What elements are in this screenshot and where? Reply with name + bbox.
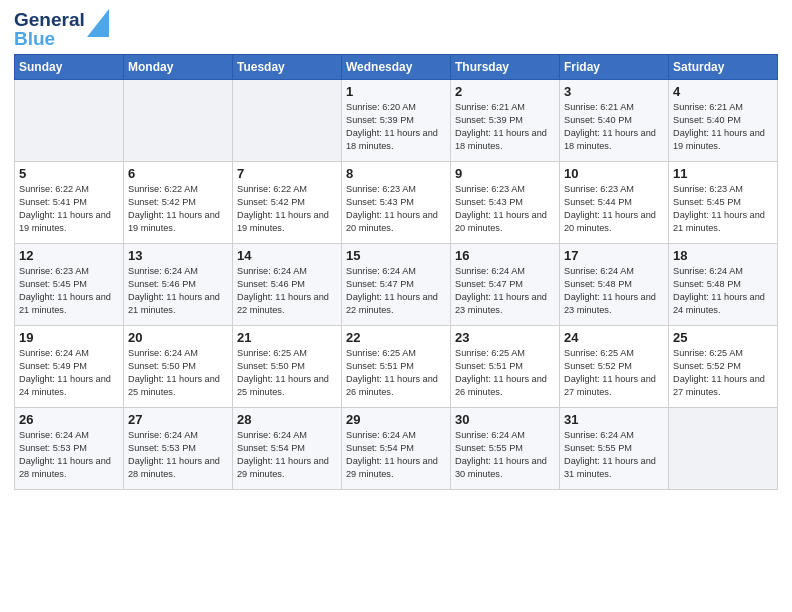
day-number: 11 (673, 166, 773, 181)
day-number: 19 (19, 330, 119, 345)
day-number: 1 (346, 84, 446, 99)
calendar-cell: 1Sunrise: 6:20 AMSunset: 5:39 PMDaylight… (342, 80, 451, 162)
day-number: 17 (564, 248, 664, 263)
weekday-header-monday: Monday (124, 55, 233, 80)
day-number: 8 (346, 166, 446, 181)
week-row-2: 5Sunrise: 6:22 AMSunset: 5:41 PMDaylight… (15, 162, 778, 244)
calendar-cell: 3Sunrise: 6:21 AMSunset: 5:40 PMDaylight… (560, 80, 669, 162)
day-number: 9 (455, 166, 555, 181)
day-number: 20 (128, 330, 228, 345)
header: General Blue (14, 10, 778, 48)
cell-details: Sunrise: 6:24 AMSunset: 5:53 PMDaylight:… (128, 429, 228, 481)
cell-details: Sunrise: 6:21 AMSunset: 5:40 PMDaylight:… (673, 101, 773, 153)
day-number: 15 (346, 248, 446, 263)
week-row-3: 12Sunrise: 6:23 AMSunset: 5:45 PMDayligh… (15, 244, 778, 326)
cell-details: Sunrise: 6:24 AMSunset: 5:47 PMDaylight:… (346, 265, 446, 317)
cell-details: Sunrise: 6:22 AMSunset: 5:42 PMDaylight:… (237, 183, 337, 235)
calendar-cell: 7Sunrise: 6:22 AMSunset: 5:42 PMDaylight… (233, 162, 342, 244)
page: General Blue SundayMondayTuesdayWednesda… (0, 0, 792, 612)
day-number: 7 (237, 166, 337, 181)
cell-details: Sunrise: 6:24 AMSunset: 5:49 PMDaylight:… (19, 347, 119, 399)
weekday-header-friday: Friday (560, 55, 669, 80)
cell-details: Sunrise: 6:24 AMSunset: 5:46 PMDaylight:… (128, 265, 228, 317)
day-number: 10 (564, 166, 664, 181)
cell-details: Sunrise: 6:23 AMSunset: 5:43 PMDaylight:… (346, 183, 446, 235)
svg-marker-0 (87, 9, 109, 37)
cell-details: Sunrise: 6:22 AMSunset: 5:41 PMDaylight:… (19, 183, 119, 235)
cell-details: Sunrise: 6:24 AMSunset: 5:48 PMDaylight:… (673, 265, 773, 317)
cell-details: Sunrise: 6:25 AMSunset: 5:51 PMDaylight:… (346, 347, 446, 399)
day-number: 26 (19, 412, 119, 427)
calendar-cell: 5Sunrise: 6:22 AMSunset: 5:41 PMDaylight… (15, 162, 124, 244)
day-number: 6 (128, 166, 228, 181)
calendar-cell: 27Sunrise: 6:24 AMSunset: 5:53 PMDayligh… (124, 408, 233, 490)
week-row-4: 19Sunrise: 6:24 AMSunset: 5:49 PMDayligh… (15, 326, 778, 408)
cell-details: Sunrise: 6:25 AMSunset: 5:52 PMDaylight:… (564, 347, 664, 399)
day-number: 31 (564, 412, 664, 427)
calendar-cell (124, 80, 233, 162)
day-number: 24 (564, 330, 664, 345)
cell-details: Sunrise: 6:23 AMSunset: 5:45 PMDaylight:… (673, 183, 773, 235)
day-number: 21 (237, 330, 337, 345)
calendar-cell: 4Sunrise: 6:21 AMSunset: 5:40 PMDaylight… (669, 80, 778, 162)
cell-details: Sunrise: 6:24 AMSunset: 5:47 PMDaylight:… (455, 265, 555, 317)
calendar-table: SundayMondayTuesdayWednesdayThursdayFrid… (14, 54, 778, 490)
day-number: 14 (237, 248, 337, 263)
calendar-cell: 22Sunrise: 6:25 AMSunset: 5:51 PMDayligh… (342, 326, 451, 408)
calendar-cell: 15Sunrise: 6:24 AMSunset: 5:47 PMDayligh… (342, 244, 451, 326)
weekday-header-wednesday: Wednesday (342, 55, 451, 80)
cell-details: Sunrise: 6:22 AMSunset: 5:42 PMDaylight:… (128, 183, 228, 235)
weekday-header-thursday: Thursday (451, 55, 560, 80)
calendar-cell: 8Sunrise: 6:23 AMSunset: 5:43 PMDaylight… (342, 162, 451, 244)
calendar-cell: 11Sunrise: 6:23 AMSunset: 5:45 PMDayligh… (669, 162, 778, 244)
cell-details: Sunrise: 6:24 AMSunset: 5:54 PMDaylight:… (346, 429, 446, 481)
day-number: 25 (673, 330, 773, 345)
cell-details: Sunrise: 6:24 AMSunset: 5:50 PMDaylight:… (128, 347, 228, 399)
calendar-cell (669, 408, 778, 490)
calendar-cell: 31Sunrise: 6:24 AMSunset: 5:55 PMDayligh… (560, 408, 669, 490)
day-number: 12 (19, 248, 119, 263)
calendar-cell (233, 80, 342, 162)
calendar-cell: 21Sunrise: 6:25 AMSunset: 5:50 PMDayligh… (233, 326, 342, 408)
cell-details: Sunrise: 6:21 AMSunset: 5:39 PMDaylight:… (455, 101, 555, 153)
weekday-header-saturday: Saturday (669, 55, 778, 80)
week-row-1: 1Sunrise: 6:20 AMSunset: 5:39 PMDaylight… (15, 80, 778, 162)
cell-details: Sunrise: 6:24 AMSunset: 5:53 PMDaylight:… (19, 429, 119, 481)
logo-icon (87, 9, 109, 37)
cell-details: Sunrise: 6:25 AMSunset: 5:51 PMDaylight:… (455, 347, 555, 399)
calendar-cell: 12Sunrise: 6:23 AMSunset: 5:45 PMDayligh… (15, 244, 124, 326)
cell-details: Sunrise: 6:24 AMSunset: 5:55 PMDaylight:… (455, 429, 555, 481)
cell-details: Sunrise: 6:21 AMSunset: 5:40 PMDaylight:… (564, 101, 664, 153)
calendar-cell: 2Sunrise: 6:21 AMSunset: 5:39 PMDaylight… (451, 80, 560, 162)
logo-general: General (14, 10, 85, 29)
logo-blue: Blue (14, 29, 55, 48)
day-number: 13 (128, 248, 228, 263)
calendar-cell: 14Sunrise: 6:24 AMSunset: 5:46 PMDayligh… (233, 244, 342, 326)
day-number: 16 (455, 248, 555, 263)
cell-details: Sunrise: 6:24 AMSunset: 5:46 PMDaylight:… (237, 265, 337, 317)
calendar-cell: 30Sunrise: 6:24 AMSunset: 5:55 PMDayligh… (451, 408, 560, 490)
calendar-cell: 19Sunrise: 6:24 AMSunset: 5:49 PMDayligh… (15, 326, 124, 408)
calendar-cell: 20Sunrise: 6:24 AMSunset: 5:50 PMDayligh… (124, 326, 233, 408)
cell-details: Sunrise: 6:23 AMSunset: 5:43 PMDaylight:… (455, 183, 555, 235)
day-number: 27 (128, 412, 228, 427)
logo: General Blue (14, 10, 109, 48)
calendar-cell: 29Sunrise: 6:24 AMSunset: 5:54 PMDayligh… (342, 408, 451, 490)
day-number: 2 (455, 84, 555, 99)
weekday-header-tuesday: Tuesday (233, 55, 342, 80)
cell-details: Sunrise: 6:24 AMSunset: 5:54 PMDaylight:… (237, 429, 337, 481)
calendar-cell: 24Sunrise: 6:25 AMSunset: 5:52 PMDayligh… (560, 326, 669, 408)
day-number: 5 (19, 166, 119, 181)
day-number: 30 (455, 412, 555, 427)
cell-details: Sunrise: 6:25 AMSunset: 5:52 PMDaylight:… (673, 347, 773, 399)
cell-details: Sunrise: 6:20 AMSunset: 5:39 PMDaylight:… (346, 101, 446, 153)
day-number: 23 (455, 330, 555, 345)
weekday-header-sunday: Sunday (15, 55, 124, 80)
calendar-cell: 9Sunrise: 6:23 AMSunset: 5:43 PMDaylight… (451, 162, 560, 244)
calendar-cell: 6Sunrise: 6:22 AMSunset: 5:42 PMDaylight… (124, 162, 233, 244)
calendar-cell (15, 80, 124, 162)
day-number: 18 (673, 248, 773, 263)
calendar-cell: 16Sunrise: 6:24 AMSunset: 5:47 PMDayligh… (451, 244, 560, 326)
calendar-cell: 13Sunrise: 6:24 AMSunset: 5:46 PMDayligh… (124, 244, 233, 326)
day-number: 4 (673, 84, 773, 99)
